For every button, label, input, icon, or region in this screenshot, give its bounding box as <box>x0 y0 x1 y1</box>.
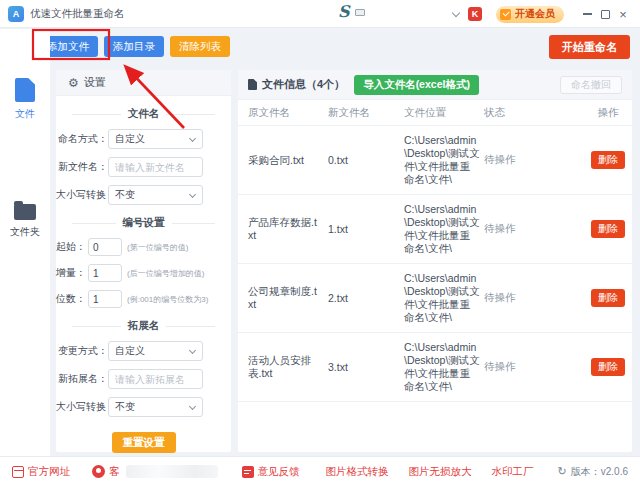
naming-mode-label: 命名方式： <box>56 132 108 146</box>
new-extension-input[interactable] <box>115 374 196 385</box>
maximize-icon <box>601 10 610 19</box>
delete-button[interactable]: 删除 <box>591 289 625 307</box>
delete-button[interactable]: 删除 <box>591 358 625 376</box>
customer-service-icon <box>92 465 105 478</box>
case-convert-value: 不变 <box>115 188 135 202</box>
new-filename-input[interactable] <box>115 162 196 173</box>
col-action: 操作 <box>584 106 632 120</box>
file-info-panel: 文件信息（4个） 导入文件名(excel格式) 命名撤回 原文件名 新文件名 文… <box>238 70 632 452</box>
section-title-numbering: 编号设置 <box>72 216 215 230</box>
open-vip-button[interactable]: 开通会员 <box>496 6 564 23</box>
status-badge: 待操作 <box>484 291 584 305</box>
close-icon: × <box>619 8 627 21</box>
link-label: 图片无损放大 <box>409 465 472 479</box>
feedback-link[interactable]: 意见反馈 <box>242 465 300 479</box>
table-row: 活动人员安排表.txt 3.txt C:\Users\admin\Desktop… <box>238 333 632 402</box>
increment-input[interactable] <box>88 264 122 282</box>
cell-original-name: 活动人员安排表.txt <box>248 354 328 380</box>
change-mode-value: 自定义 <box>115 344 145 358</box>
open-vip-label: 开通会员 <box>515 7 555 21</box>
version-info: ↻ 版本：v2.0.6 <box>558 465 628 479</box>
ext-case-convert-label: 大小写转换： <box>56 400 108 414</box>
toolbar: 添加文件 添加目录 清除列表 开始重命名 <box>0 28 640 66</box>
image-format-convert-link[interactable]: 图片格式转换 <box>326 465 389 479</box>
sidebar: 文件 文件夹 <box>0 29 50 456</box>
official-site-link[interactable]: 官方网址 <box>12 465 70 479</box>
new-extension-label: 新拓展名： <box>56 372 108 386</box>
case-convert-label: 大小写转换： <box>56 188 108 202</box>
naming-mode-select[interactable]: 自定义 <box>108 129 203 149</box>
col-status: 状态 <box>484 106 584 120</box>
cell-original-name: 采购合同.txt <box>248 154 328 167</box>
folder-icon <box>14 204 36 220</box>
app-window: A 优速文件批量重命名 S K 开通会员 × 添加文件 添加目录 清除列表 开始… <box>0 0 640 486</box>
titlebar: A 优速文件批量重命名 S K 开通会员 × <box>0 0 640 28</box>
reset-settings-button[interactable]: 重置设置 <box>112 432 176 453</box>
file-icon <box>15 78 35 102</box>
cell-original-name: 公司规章制度.txt <box>248 285 328 311</box>
sidebar-item-folder[interactable]: 文件夹 <box>0 199 50 239</box>
change-mode-select[interactable]: 自定义 <box>108 341 203 361</box>
start-number-input[interactable] <box>88 238 122 256</box>
cell-new-name: 0.txt <box>328 154 404 167</box>
chevron-down-icon <box>189 403 196 410</box>
chevron-down-icon <box>189 135 196 142</box>
refresh-icon[interactable]: ↻ <box>558 466 567 477</box>
status-badge: 待操作 <box>484 222 584 236</box>
red-app-badge-icon[interactable]: K <box>468 7 482 21</box>
customer-service-label: 客 <box>109 465 120 479</box>
ime-toolbar: S <box>338 4 365 20</box>
delete-button[interactable]: 删除 <box>591 220 625 238</box>
section-label: 编号设置 <box>123 216 165 230</box>
start-rename-button[interactable]: 开始重命名 <box>549 35 630 59</box>
import-excel-button[interactable]: 导入文件名(excel格式) <box>354 75 479 95</box>
col-original-name: 原文件名 <box>248 106 328 120</box>
customer-service-item[interactable]: 客 <box>92 465 218 479</box>
redacted-text <box>126 465 218 478</box>
link-label: 水印工厂 <box>492 465 534 479</box>
maximize-button[interactable] <box>596 0 614 28</box>
chevron-down-icon[interactable] <box>452 8 460 16</box>
ext-case-convert-value: 不变 <box>115 400 135 414</box>
window-title: 优速文件批量重命名 <box>30 7 125 21</box>
ime-logo-icon[interactable]: S <box>338 4 350 20</box>
sidebar-item-label: 文件 <box>15 107 35 121</box>
link-label: 图片格式转换 <box>326 465 389 479</box>
ext-case-convert-select[interactable]: 不变 <box>108 397 203 417</box>
cell-original-name: 产品库存数据.txt <box>248 216 328 242</box>
cell-location: C:\Users\admin\Desktop\测试文件\文件批量重命名\文件\ <box>404 272 484 324</box>
digits-input[interactable] <box>88 290 122 308</box>
increment-hint: (后一位编号增加的值) <box>127 268 204 279</box>
minimize-icon <box>583 13 592 15</box>
cell-location: C:\Users\admin\Desktop\测试文件\文件批量重命名\文件\ <box>404 134 484 186</box>
vip-check-icon <box>500 9 511 20</box>
clear-list-button[interactable]: 清除列表 <box>170 36 230 57</box>
col-new-name: 新文件名 <box>328 106 404 120</box>
minimize-button[interactable] <box>578 0 596 28</box>
close-button[interactable]: × <box>614 0 632 28</box>
table-header: 原文件名 新文件名 文件位置 状态 操作 <box>238 100 632 126</box>
table-row: 公司规章制度.txt 2.txt C:\Users\admin\Desktop\… <box>238 264 632 333</box>
settings-title: 设置 <box>84 75 106 90</box>
rename-undo-button[interactable]: 命名撤回 <box>560 76 622 94</box>
case-convert-select[interactable]: 不变 <box>108 185 203 205</box>
cell-new-name: 2.txt <box>328 292 404 305</box>
sidebar-item-file[interactable]: 文件 <box>0 78 50 121</box>
status-badge: 待操作 <box>484 360 584 374</box>
sidebar-item-label: 文件夹 <box>10 225 40 239</box>
watermark-factory-link[interactable]: 水印工厂 <box>492 465 534 479</box>
cell-new-name: 3.txt <box>328 361 404 374</box>
image-lossless-enlarge-link[interactable]: 图片无损放大 <box>409 465 472 479</box>
statusbar: 官方网址 客 意见反馈 图片格式转换 图片无损放大 水印工厂 ↻ 版本：v2.0… <box>0 456 640 486</box>
cell-new-name: 1.txt <box>328 223 404 236</box>
chevron-down-icon <box>189 347 196 354</box>
add-directory-button[interactable]: 添加目录 <box>104 36 164 57</box>
official-site-label: 官方网址 <box>28 465 70 479</box>
settings-panel: ⚙ 设置 文件名 命名方式： 自定义 新文件名： 大小写转换： 不变 编号设置 <box>56 70 231 452</box>
delete-button[interactable]: 删除 <box>591 151 625 169</box>
new-filename-label: 新文件名： <box>56 160 108 174</box>
chevron-down-icon <box>189 191 196 198</box>
ime-toolbox-icon[interactable] <box>355 9 365 16</box>
feedback-label: 意见反馈 <box>258 465 300 479</box>
naming-mode-value: 自定义 <box>115 132 145 146</box>
